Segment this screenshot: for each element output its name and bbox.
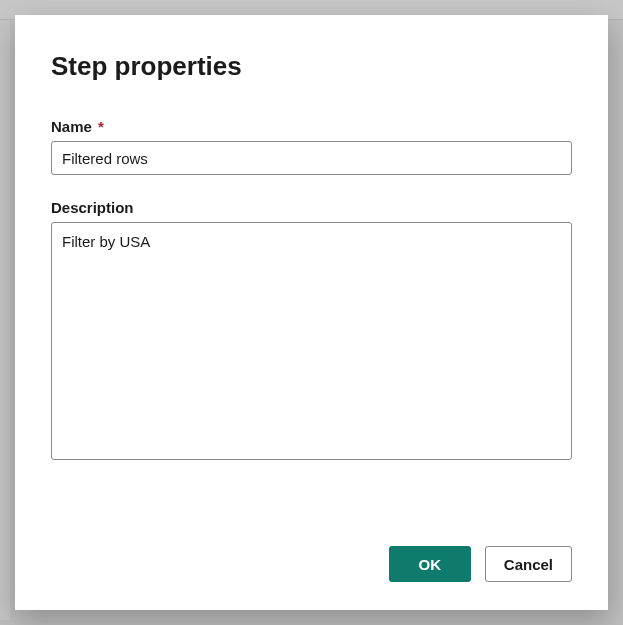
dialog-title: Step properties [51,51,572,82]
name-label-text: Name [51,118,92,135]
required-asterisk: * [98,118,104,135]
ok-button[interactable]: OK [389,546,471,582]
description-label: Description [51,199,572,216]
step-properties-dialog: Step properties Name * Description OK Ca… [15,15,608,610]
description-textarea[interactable] [51,222,572,460]
cancel-button[interactable]: Cancel [485,546,572,582]
name-label: Name * [51,118,572,135]
name-input[interactable] [51,141,572,175]
dialog-footer: OK Cancel [51,546,572,582]
